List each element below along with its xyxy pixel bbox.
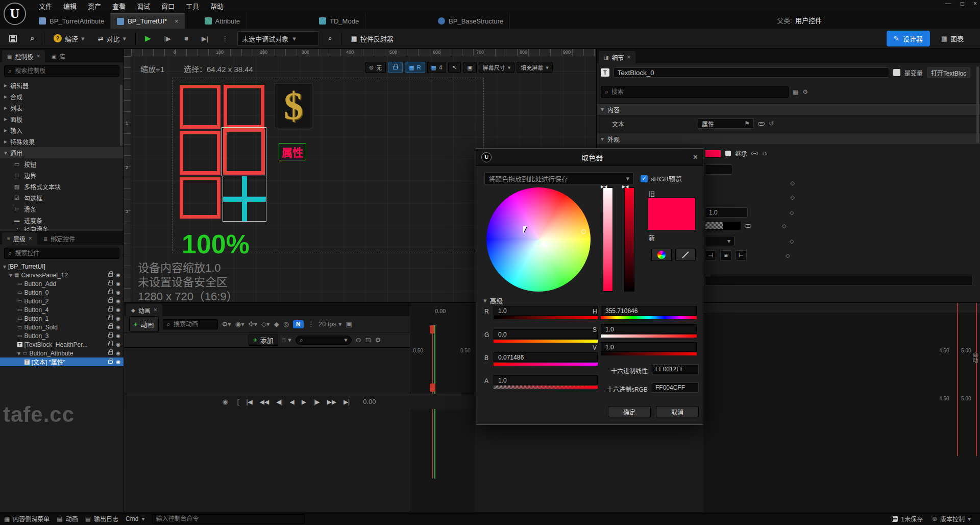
palette-item-border[interactable]: □边界 xyxy=(0,170,124,181)
range-icon[interactable]: ⊡ xyxy=(365,336,371,344)
revert-icon[interactable]: ↺ xyxy=(769,120,774,127)
menu-edit[interactable]: 编辑 xyxy=(58,0,82,12)
visibility-icon[interactable]: ◉ xyxy=(116,316,120,321)
tree-item-button-1[interactable]: ▭Button_1◉ xyxy=(0,314,124,323)
palette-group-input[interactable]: ▸输入 xyxy=(0,125,124,136)
rulers-toggle[interactable]: ▦R xyxy=(405,62,425,73)
v-gradient[interactable] xyxy=(601,352,697,355)
inherit-checkbox[interactable] xyxy=(725,151,731,156)
widget-button-red[interactable] xyxy=(180,85,220,129)
align-center-button[interactable]: ≡ xyxy=(720,250,731,260)
lock-icon[interactable] xyxy=(108,334,113,338)
lock-icon[interactable] xyxy=(108,351,113,355)
play-reverse-button[interactable]: ◀ xyxy=(290,398,295,405)
srgb-checkbox[interactable]: ✓ xyxy=(641,175,648,182)
widget-button-red[interactable] xyxy=(180,177,220,219)
lock-icon[interactable] xyxy=(108,317,113,320)
compile-button[interactable]: ? 编译 ▾ xyxy=(50,31,89,46)
content-drawer-button[interactable]: ▦ 内容侧滑菜单 xyxy=(4,514,50,523)
visibility-icon[interactable]: ◉ xyxy=(116,342,120,347)
tree-canvaspanel[interactable]: ▾▦ CanvasPanel_12 ◉ xyxy=(0,271,124,279)
animation-tab-button[interactable]: ▤ 动画 xyxy=(57,514,78,523)
lock-icon[interactable] xyxy=(108,291,113,294)
widget-percent-text[interactable]: 100% xyxy=(182,229,250,259)
enum-dropdown[interactable]: ▾ xyxy=(705,236,734,246)
hierarchy-search-input[interactable] xyxy=(15,250,115,257)
maximize-icon[interactable]: □ xyxy=(961,0,964,7)
cursor-tool-button[interactable]: ↖ xyxy=(448,62,461,73)
animation-search[interactable]: ⌕ xyxy=(163,319,218,329)
menu-help[interactable]: 帮助 xyxy=(205,0,229,12)
browse-button[interactable]: ⌕ xyxy=(26,31,39,45)
lock-icon[interactable] xyxy=(108,299,113,303)
widget-name-input[interactable] xyxy=(614,67,889,78)
camera-icon[interactable]: ▣ xyxy=(346,320,352,328)
value-bar[interactable] xyxy=(624,187,634,292)
visibility-icon[interactable]: ◉ xyxy=(116,298,120,304)
widget-reflector-button[interactable]: ▦ 控件反射器 xyxy=(347,31,397,46)
fps-dropdown[interactable]: 20 fps▾ xyxy=(318,320,342,328)
palette-item-button[interactable]: ▭按钮 xyxy=(0,158,124,170)
reset-diamond-icon[interactable]: ◇ xyxy=(790,209,794,216)
close-icon[interactable]: × xyxy=(973,0,977,7)
s-gradient[interactable] xyxy=(601,335,697,338)
stop-button[interactable]: ■ xyxy=(180,32,192,45)
animation-search-input[interactable] xyxy=(174,321,214,328)
tree-item-button-sold[interactable]: ▭Button_Sold◉ xyxy=(0,323,124,331)
hex-linear-input[interactable] xyxy=(652,364,699,374)
palette-group-panel[interactable]: ▸面板 xyxy=(0,113,124,125)
text-value-field[interactable]: 属性 ⚑ xyxy=(698,118,754,129)
theme-color-button[interactable] xyxy=(651,249,672,261)
jump-forward-button[interactable]: ▶▶ xyxy=(327,398,336,405)
play-forward-button[interactable]: ▶ xyxy=(302,398,306,405)
saturation-marker[interactable]: ▶◀ xyxy=(601,184,607,189)
open-textblock-button[interactable]: 打开TextBloc xyxy=(927,67,970,78)
tab-bind-widgets[interactable]: ≣ 绑定控件 xyxy=(38,232,80,245)
flag-icon[interactable]: ⚑ xyxy=(744,120,750,127)
details-search[interactable]: ⌕ xyxy=(601,86,789,98)
info-icon[interactable]: ◉ xyxy=(222,398,228,405)
reset-diamond-icon[interactable]: ◇ xyxy=(791,180,795,186)
advanced-section-toggle[interactable]: ▾ 高级 xyxy=(483,296,503,305)
menu-debug[interactable]: 调试 xyxy=(132,0,155,12)
menu-tools[interactable]: 工具 xyxy=(181,0,204,12)
track-settings-icon[interactable]: ⚙ xyxy=(375,336,381,344)
tab-attribute[interactable]: Attribute xyxy=(199,13,247,29)
widget-attr-textblock[interactable]: 属性 xyxy=(279,143,306,160)
is-variable-checkbox[interactable] xyxy=(893,69,900,76)
r-value-field[interactable]: 1.0 xyxy=(494,306,598,316)
curves-dropdown[interactable]: ⚙▾ xyxy=(222,320,231,328)
cmd-dropdown[interactable]: Cmd ▾ xyxy=(126,515,144,522)
unsaved-button[interactable]: 1未保存 xyxy=(892,514,923,523)
b-gradient[interactable] xyxy=(494,363,598,366)
tree-item-textblock-healthper[interactable]: T[TextBlock_HealthPer...◉ xyxy=(0,340,124,349)
ok-button[interactable]: 确定 xyxy=(608,406,651,417)
color-picker-titlebar[interactable]: U 取色器 × xyxy=(476,149,703,166)
color-opacity-swatch[interactable] xyxy=(705,150,721,158)
tree-item-button-attribute[interactable]: ▾▭Button_Attribute◉ xyxy=(0,349,124,357)
frame-advance-button[interactable]: |▶ xyxy=(160,32,175,45)
close-tab-icon[interactable]: × xyxy=(175,17,179,25)
track-search[interactable]: ⌕ ▾ xyxy=(296,336,352,345)
debug-find-button[interactable]: ⌕ xyxy=(324,32,336,45)
lock-icon[interactable] xyxy=(108,308,113,312)
keyframe-dropdown[interactable]: ◇▾ xyxy=(261,320,270,328)
reset-diamond-icon[interactable]: ◇ xyxy=(786,252,790,259)
color-wheel[interactable] xyxy=(486,187,591,292)
source-control-button[interactable]: ⊚ 版本控制 ▾ xyxy=(932,514,971,523)
eyedropper-button[interactable] xyxy=(675,249,696,261)
widget-dollar-image[interactable]: $ xyxy=(275,83,312,128)
section-appearance[interactable]: ▾ 外观 xyxy=(597,133,980,145)
tab-animation[interactable]: ◆ 动画 × xyxy=(126,304,162,316)
tree-item-button-add[interactable]: ▭Button_Add◉ xyxy=(0,279,124,288)
screen-size-dropdown[interactable]: 屏幕尺寸▾ xyxy=(479,62,515,73)
srgb-preview[interactable]: ✓ sRGB预览 xyxy=(641,174,682,183)
visibility-icon[interactable]: ◉ xyxy=(116,333,120,339)
widget-button-red[interactable] xyxy=(180,131,220,175)
details-settings-icon[interactable]: ⚙ xyxy=(802,88,808,96)
bind-link-icon[interactable] xyxy=(758,122,765,126)
save-button[interactable] xyxy=(5,32,21,45)
go-to-end-button[interactable]: ▶| xyxy=(344,398,350,405)
tree-item-button-0[interactable]: ▭Button_0◉ xyxy=(0,288,124,297)
play-button[interactable]: ▶ xyxy=(141,31,155,45)
